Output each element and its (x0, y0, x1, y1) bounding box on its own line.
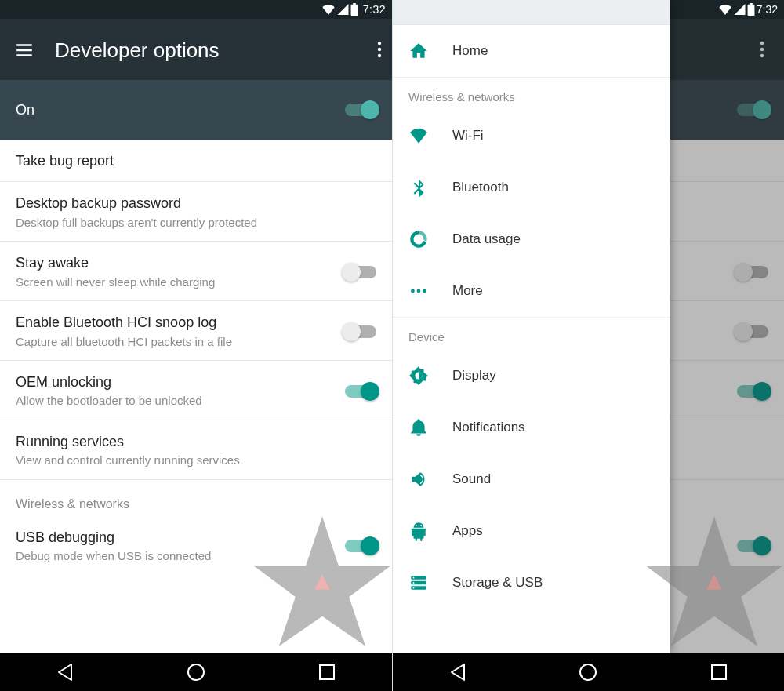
status-time: 7:32 (363, 3, 386, 16)
drawer-item-label: Wi-Fi (452, 128, 484, 144)
svg-rect-6 (320, 665, 334, 679)
svg-rect-25 (712, 665, 726, 679)
switch-dimmed (737, 325, 768, 338)
navigation-bar (393, 653, 784, 691)
drawer-item-bluetooth[interactable]: Bluetooth (393, 162, 670, 213)
row-stay-awake[interactable]: Stay awake Screen will never sleep while… (0, 242, 392, 301)
switch-dimmed (737, 540, 768, 552)
drawer-item-label: Sound (452, 471, 491, 487)
screen-developer-options: 7:32 Developer options On Take bug repor… (0, 0, 392, 691)
row-subtitle: Debug mode when USB is connected (16, 548, 336, 564)
svg-point-7 (760, 42, 764, 45)
row-title: Running services (16, 433, 367, 451)
cell-signal-icon (734, 4, 746, 15)
back-button[interactable] (54, 661, 76, 683)
drawer-section-wireless: Wireless & networks (393, 77, 670, 110)
drawer-item-label: Display (452, 368, 496, 384)
drawer-item-sound[interactable]: Sound (393, 453, 670, 505)
volume-icon (408, 469, 429, 489)
row-title: OEM unlocking (16, 373, 336, 391)
drawer-item-storage[interactable]: Storage & USB (393, 557, 670, 609)
row-take-bug-report[interactable]: Take bug report (0, 140, 392, 182)
android-icon (408, 521, 429, 541)
svg-point-10 (411, 289, 415, 293)
hamburger-icon[interactable] (14, 40, 33, 59)
recents-button[interactable] (708, 661, 730, 683)
row-running-services[interactable]: Running services View and control curren… (0, 420, 392, 480)
more-horiz-icon (408, 281, 429, 301)
drawer-item-label: Notifications (452, 420, 525, 435)
drawer-item-home[interactable]: Home (393, 25, 670, 77)
oem-unlocking-switch[interactable] (345, 385, 376, 398)
drawer-item-label: Storage & USB (452, 575, 543, 591)
drawer-item-display[interactable]: Display (393, 350, 670, 402)
back-button[interactable] (447, 661, 469, 683)
row-subtitle: Capture all bluetooth HCI packets in a f… (16, 334, 336, 350)
home-icon (408, 41, 429, 61)
drawer-item-data-usage[interactable]: Data usage (393, 213, 670, 265)
svg-point-0 (378, 42, 381, 45)
drawer-item-more[interactable]: More (393, 265, 670, 317)
settings-list: Take bug report Desktop backup password … (0, 140, 392, 653)
svg-point-8 (760, 48, 764, 51)
stay-awake-switch[interactable] (345, 266, 376, 278)
switch-dimmed (737, 266, 768, 278)
master-toggle-label: On (16, 102, 34, 118)
more-vert-icon[interactable] (365, 40, 378, 59)
drawer-item-label: More (452, 283, 483, 299)
drawer-item-label: Apps (452, 523, 483, 539)
battery-icon (350, 3, 358, 16)
svg-point-24 (580, 664, 596, 680)
home-button[interactable] (185, 661, 207, 683)
status-time: 7:32 (757, 3, 778, 16)
row-title: Desktop backup password (16, 195, 367, 213)
svg-point-5 (188, 664, 204, 680)
drawer-item-label: Bluetooth (452, 180, 509, 195)
drawer-item-apps[interactable]: Apps (393, 505, 670, 557)
svg-point-21 (413, 587, 415, 589)
bluetooth-icon (408, 177, 429, 198)
usb-debugging-switch[interactable] (345, 540, 376, 552)
navigation-drawer: Home Wireless & networks Wi-Fi Bluetooth… (393, 0, 670, 653)
drawer-item-wifi[interactable]: Wi-Fi (393, 110, 670, 162)
row-subtitle: Desktop full backups aren't currently pr… (16, 215, 367, 231)
more-vert-icon (754, 40, 770, 59)
wifi-status-icon (718, 4, 732, 15)
svg-point-1 (378, 48, 381, 51)
row-title: Take bug report (16, 152, 367, 170)
svg-point-14 (416, 525, 417, 526)
svg-point-12 (423, 289, 426, 293)
row-title: Enable Bluetooth HCI snoop log (16, 314, 336, 332)
home-button[interactable] (577, 661, 599, 683)
row-desktop-backup-password[interactable]: Desktop backup password Desktop full bac… (0, 182, 392, 242)
master-toggle-switch-dimmed (737, 104, 768, 116)
brightness-icon (408, 366, 429, 386)
wifi-icon (408, 125, 429, 146)
recents-button[interactable] (316, 661, 338, 683)
row-oem-unlocking[interactable]: OEM unlocking Allow the bootloader to be… (0, 361, 392, 420)
appbar-title: Developer options (55, 38, 365, 63)
wifi-status-icon (321, 4, 336, 15)
svg-point-20 (413, 582, 415, 584)
battery-icon (747, 3, 755, 16)
row-title: USB debugging (16, 529, 336, 547)
master-toggle-row[interactable]: On (0, 80, 392, 140)
hci-snoop-switch[interactable] (345, 325, 376, 338)
app-bar: Developer options (0, 19, 392, 80)
row-hci-snoop[interactable]: Enable Bluetooth HCI snoop log Capture a… (0, 301, 392, 361)
status-bar: 7:32 (0, 0, 392, 19)
section-wireless-networks: Wireless & networks (0, 480, 392, 516)
drawer-item-notifications[interactable]: Notifications (393, 402, 670, 453)
screen-drawer-open: 7:32 (392, 0, 784, 691)
cell-signal-icon (337, 4, 349, 15)
row-title: Stay awake (16, 254, 336, 272)
bell-icon (408, 417, 429, 438)
row-subtitle: View and control currently running servi… (16, 453, 367, 468)
drawer-item-label: Data usage (452, 231, 521, 247)
svg-point-11 (417, 289, 421, 293)
row-subtitle: Allow the bootloader to be unlocked (16, 393, 336, 409)
storage-icon (408, 573, 429, 593)
row-usb-debugging[interactable]: USB debugging Debug mode when USB is con… (0, 516, 392, 575)
master-toggle-switch[interactable] (345, 104, 376, 116)
svg-point-19 (413, 577, 415, 579)
